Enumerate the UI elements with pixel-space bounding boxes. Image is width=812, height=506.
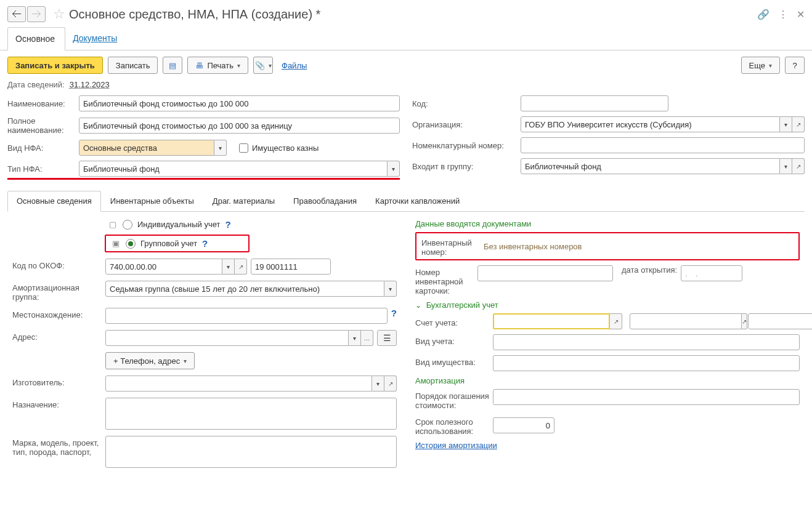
tab-main[interactable]: Основное: [7, 27, 65, 50]
chevron-down-icon: ▾: [184, 358, 187, 364]
nav-back-button[interactable]: 🡠: [7, 6, 26, 22]
account-extra2-input[interactable]: [748, 313, 812, 329]
fullname-label: Полное наименование:: [7, 116, 75, 135]
treasury-label: Имущество казны: [252, 143, 319, 153]
model-textarea[interactable]: [105, 436, 397, 468]
manufacturer-open-button[interactable]: ↗: [384, 375, 397, 392]
kebab-menu-icon[interactable]: ⋮: [778, 9, 788, 20]
nomen-input[interactable]: [521, 137, 805, 153]
save-and-close-button[interactable]: Записать и закрыть: [7, 57, 103, 74]
help-group-icon[interactable]: ?: [202, 238, 208, 249]
okof-num-input[interactable]: [251, 259, 331, 275]
group-input[interactable]: [521, 158, 780, 174]
individual-label: Индивидуальный учет: [137, 220, 221, 229]
address-dropdown-button[interactable]: ▾: [349, 330, 361, 346]
type-account-label: Вид учета:: [415, 334, 489, 346]
amort-group-input[interactable]: [105, 281, 384, 297]
address-ellipsis-button[interactable]: …: [361, 330, 373, 346]
print-button[interactable]: 🖶 Печать ▾: [187, 57, 248, 74]
tab-capital-cards[interactable]: Карточки капвложений: [366, 191, 469, 211]
org-open-button[interactable]: ↗: [792, 116, 805, 132]
more-button[interactable]: Еще ▾: [741, 57, 780, 74]
nav-forward-button[interactable]: 🡢: [27, 6, 46, 22]
tab-inventory-objects[interactable]: Инвентарные объекты: [101, 191, 203, 211]
buh-section-title[interactable]: ⌄ Бухгалтерский учет: [415, 300, 800, 310]
help-individual-icon[interactable]: ?: [225, 219, 231, 230]
type-account-input[interactable]: [493, 334, 800, 350]
manufacturer-dropdown-button[interactable]: ▾: [372, 375, 384, 392]
list-view-button[interactable]: ▤: [163, 57, 182, 74]
tab-precious-materials[interactable]: Драг. материалы: [203, 191, 284, 211]
useful-life-label: Срок полезного использования:: [415, 415, 489, 436]
individual-icon: ▢: [108, 220, 118, 230]
location-help-icon[interactable]: ?: [391, 308, 397, 318]
tip-nfa-input[interactable]: [79, 161, 388, 177]
chevron-down-icon: ⌄: [415, 301, 421, 310]
amort-group-label: Амортизационная группа:: [12, 281, 102, 302]
card-num-input[interactable]: [477, 265, 613, 281]
property-type-label: Вид имущества:: [415, 355, 489, 367]
purpose-textarea[interactable]: [105, 398, 397, 430]
paperclip-icon: 📎: [255, 61, 265, 70]
useful-life-input[interactable]: [493, 417, 554, 433]
amort-group-dropdown-button[interactable]: ▾: [384, 281, 397, 297]
date-value[interactable]: 31.12.2023: [70, 80, 110, 89]
address-label: Адрес:: [12, 330, 102, 342]
tab-rights[interactable]: Правообладания: [284, 191, 366, 211]
okof-dropdown-button[interactable]: ▾: [222, 259, 235, 275]
docs-section-title: Данные вводятся документами: [415, 219, 800, 228]
files-link[interactable]: Файлы: [282, 61, 307, 70]
treasury-checkbox-row[interactable]: Имущество казны: [239, 143, 319, 153]
add-phone-address-button[interactable]: + Телефон, адрес ▾: [105, 352, 195, 369]
code-label: Код:: [412, 99, 517, 108]
name-label: Наименование:: [7, 99, 75, 108]
amort-history-link[interactable]: История амортизации: [415, 441, 497, 450]
location-input[interactable]: [105, 308, 388, 324]
manufacturer-input[interactable]: [105, 375, 372, 392]
group-open-button[interactable]: ↗: [792, 158, 805, 174]
group-radio[interactable]: [126, 239, 136, 249]
org-dropdown-button[interactable]: ▾: [780, 116, 792, 132]
account-open-button[interactable]: ↗: [610, 313, 622, 329]
purpose-label: Назначение:: [12, 398, 102, 409]
account-extra1-open-button[interactable]: ↗: [742, 313, 747, 329]
attach-button[interactable]: 📎 ▾: [253, 57, 273, 74]
name-input[interactable]: [79, 95, 400, 111]
group-dropdown-button[interactable]: ▾: [780, 158, 792, 174]
group-icon: ▣: [111, 239, 121, 249]
treasury-checkbox[interactable]: [239, 143, 248, 153]
org-input[interactable]: [521, 116, 780, 132]
vid-nfa-label: Вид НФА:: [7, 143, 75, 153]
amort-section-title: Амортизация: [415, 376, 800, 385]
tip-nfa-dropdown-button[interactable]: ▾: [388, 161, 400, 177]
property-type-input[interactable]: [493, 355, 800, 371]
address-input[interactable]: [105, 330, 349, 346]
card-num-label: Номер инвентарной карточки:: [415, 265, 474, 295]
vid-nfa-dropdown-button[interactable]: ▾: [214, 140, 227, 156]
account-input[interactable]: [493, 313, 610, 329]
okof-open-button[interactable]: ↗: [235, 259, 247, 275]
page-title: Основное средство, НМА, НПА (создание) *: [69, 7, 757, 22]
list-icon: ▤: [169, 61, 176, 70]
tab-documents[interactable]: Документы: [65, 27, 127, 50]
chevron-down-icon: ▾: [237, 62, 240, 69]
group-label: Входит в группу:: [412, 162, 517, 171]
code-input[interactable]: [521, 95, 668, 111]
account-extra1-input[interactable]: [630, 313, 742, 329]
link-icon[interactable]: 🔗: [757, 9, 769, 20]
close-icon[interactable]: ✕: [797, 9, 805, 20]
fullname-input[interactable]: [79, 118, 400, 134]
okof-input[interactable]: [105, 259, 222, 275]
okof-label: Код по ОКОФ:: [12, 259, 102, 270]
org-label: Организация:: [412, 120, 517, 129]
vid-nfa-input[interactable]: [79, 140, 214, 156]
help-button[interactable]: ?: [785, 57, 805, 74]
favorite-star-icon[interactable]: ☆: [53, 6, 65, 22]
inv-num-label: Инвентарный номер:: [421, 236, 480, 257]
save-button[interactable]: Записать: [108, 57, 158, 74]
tab-main-info[interactable]: Основные сведения: [7, 191, 101, 212]
address-filter-button[interactable]: ☰: [377, 330, 397, 346]
repay-input[interactable]: [493, 389, 800, 405]
individual-radio[interactable]: [123, 220, 132, 230]
open-date-input[interactable]: [681, 265, 742, 281]
